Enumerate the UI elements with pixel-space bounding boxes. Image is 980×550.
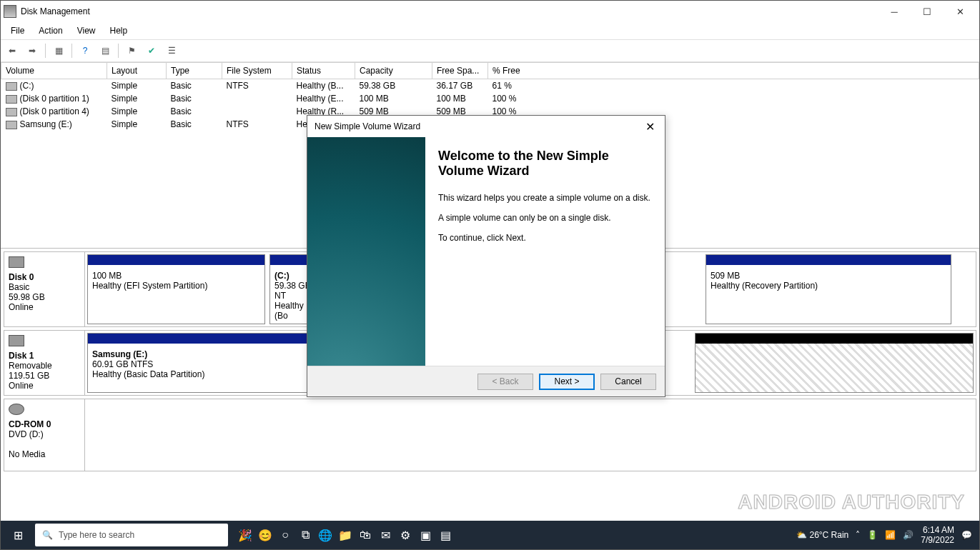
wizard-dialog: New Simple Volume Wizard ✕ Welcome to th… <box>307 115 665 397</box>
watermark: ANDROID AUTHORITY <box>738 491 965 514</box>
back-icon[interactable]: ⬅ <box>4 42 21 59</box>
emoji-tray-icon[interactable]: 😊 <box>255 525 275 545</box>
disk-header: Disk 1 Removable 119.51 GB Online <box>4 331 85 395</box>
partition[interactable]: 100 MB Healthy (EFI System Partition) <box>87 254 265 324</box>
disk-icon <box>9 335 24 346</box>
list-icon[interactable]: ☰ <box>163 42 180 59</box>
col-status[interactable]: Status <box>292 63 355 79</box>
col-layout[interactable]: Layout <box>107 63 167 79</box>
table-row[interactable]: (Disk 0 partition 1)SimpleBasicHealthy (… <box>1 92 979 105</box>
show-hide-icon[interactable]: ▦ <box>50 42 67 59</box>
col-capacity[interactable]: Capacity <box>355 63 432 79</box>
menu-view[interactable]: View <box>71 24 102 37</box>
minimize-button[interactable]: ─ <box>878 1 911 22</box>
help-icon[interactable]: ? <box>76 42 94 59</box>
volume-icon <box>6 121 17 129</box>
volume-icon <box>6 82 17 91</box>
store-icon[interactable]: 🛍 <box>355 525 375 545</box>
maximize-button[interactable]: ☐ <box>911 1 944 22</box>
disk-name: CD-ROM 0 <box>9 419 80 429</box>
search-placeholder: Type here to search <box>59 530 134 540</box>
menu-help[interactable]: Help <box>104 24 134 37</box>
explorer-icon[interactable]: 📁 <box>335 525 355 545</box>
next-button[interactable]: Next > <box>539 374 595 390</box>
disk-header: Disk 0 Basic 59.98 GB Online <box>4 252 85 326</box>
app-icon <box>4 5 16 18</box>
wizard-text: This wizard helps you create a simple vo… <box>438 193 652 203</box>
emoji-tray-icon[interactable]: 🎉 <box>235 525 255 545</box>
battery-icon[interactable]: 🔋 <box>867 530 878 540</box>
wizard-heading: Welcome to the New Simple Volume Wizard <box>438 149 652 179</box>
notifications-icon[interactable]: 💬 <box>961 530 972 540</box>
volume-icon <box>6 108 17 116</box>
titlebar: Disk Management ─ ☐ ✕ <box>1 1 979 22</box>
disk-name: Disk 1 <box>9 351 80 361</box>
menu-action[interactable]: Action <box>33 24 68 37</box>
diskmgmt-taskbar-icon[interactable]: ▤ <box>435 525 455 545</box>
cancel-button[interactable]: Cancel <box>600 374 656 390</box>
taskbar: ⊞ 🔍 Type here to search 🎉 😊 ○ ⧉ 🌐 📁 🛍 ✉ … <box>1 521 979 549</box>
disk-icon <box>9 256 24 268</box>
wifi-icon[interactable]: 📶 <box>885 530 896 540</box>
col-type[interactable]: Type <box>167 63 222 79</box>
disk-row[interactable]: CD-ROM 0 DVD (D:) No Media <box>4 399 976 471</box>
wizard-banner <box>307 137 425 366</box>
properties-icon[interactable]: ▤ <box>96 42 114 59</box>
partition[interactable]: 509 MB Healthy (Recovery Partition) <box>706 254 951 324</box>
col-pct[interactable]: % Free <box>488 63 979 79</box>
mail-icon[interactable]: ✉ <box>375 525 395 545</box>
refresh-icon[interactable]: ⚑ <box>123 42 140 59</box>
disk-name: Disk 0 <box>9 272 80 282</box>
settings-icon[interactable]: ⚙ <box>395 525 415 545</box>
edge-icon[interactable]: 🌐 <box>315 525 335 545</box>
table-row[interactable]: (C:)SimpleBasicNTFSHealthy (B...59.38 GB… <box>1 79 979 93</box>
task-view-icon[interactable]: ⧉ <box>295 525 315 545</box>
menu-bar: File Action View Help <box>1 22 979 39</box>
search-icon: 🔍 <box>42 530 53 540</box>
menu-file[interactable]: File <box>5 24 30 37</box>
unallocated-space[interactable] <box>695 333 974 393</box>
back-button: < Back <box>477 374 533 390</box>
col-fs[interactable]: File System <box>222 63 292 79</box>
check-icon[interactable]: ✔ <box>143 42 160 59</box>
disk-header: CD-ROM 0 DVD (D:) No Media <box>4 399 85 471</box>
tray-chevron-icon[interactable]: ˄ <box>856 530 860 540</box>
app-icon[interactable]: ▣ <box>415 525 435 545</box>
wizard-text: A simple volume can only be on a single … <box>438 213 652 223</box>
toolbar: ⬅ ➡ ▦ ? ▤ ⚑ ✔ ☰ <box>1 39 979 62</box>
clock[interactable]: 6:14 AM 7/9/2022 <box>921 525 954 546</box>
window-title: Disk Management <box>21 6 878 16</box>
volume-icon[interactable]: 🔊 <box>903 530 914 540</box>
dialog-close-button[interactable]: ✕ <box>643 120 658 134</box>
partition[interactable]: Samsung (E:) 60.91 GB NTFS Healthy (Basi… <box>87 333 319 393</box>
dialog-title: New Simple Volume Wizard <box>315 121 420 131</box>
search-box[interactable]: 🔍 Type here to search <box>35 524 228 546</box>
start-button[interactable]: ⊞ <box>1 521 35 549</box>
wizard-text: To continue, click Next. <box>438 233 652 243</box>
cdrom-icon <box>9 404 24 415</box>
col-volume[interactable]: Volume <box>1 63 107 79</box>
cortana-icon[interactable]: ○ <box>275 525 295 545</box>
weather-widget[interactable]: ⛅ 26°C Rain <box>796 530 848 540</box>
close-button[interactable]: ✕ <box>944 1 976 22</box>
forward-icon[interactable]: ➡ <box>24 42 41 59</box>
col-free[interactable]: Free Spa... <box>432 63 488 79</box>
volume-icon <box>6 95 17 104</box>
